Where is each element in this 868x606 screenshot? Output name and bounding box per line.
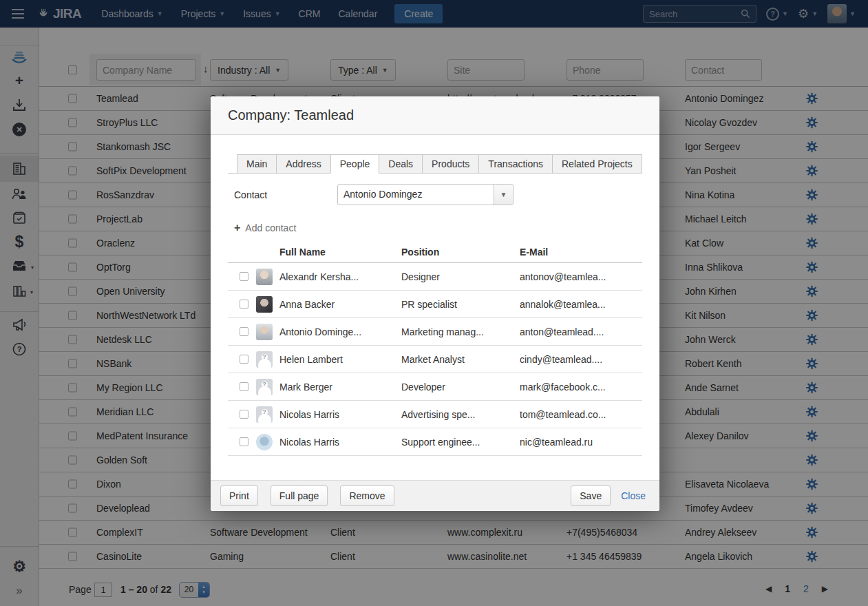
person-name[interactable]: Helen Lambert bbox=[279, 354, 343, 365]
person-avatar bbox=[256, 269, 273, 285]
person-name[interactable]: Alexandr Kersha... bbox=[279, 271, 359, 282]
person-email: antonov@teamlea... bbox=[520, 271, 606, 282]
person-avatar bbox=[256, 434, 273, 450]
tab-deals[interactable]: Deals bbox=[379, 154, 422, 174]
person-email: annalok@teamlea... bbox=[520, 299, 606, 310]
person-email: nic@teamlead.ru bbox=[520, 437, 593, 448]
person-row: Antonio Dominge... Marketing manag... an… bbox=[228, 318, 642, 346]
contact-label: Contact bbox=[234, 189, 337, 200]
tab-people[interactable]: People bbox=[330, 154, 379, 174]
person-email: tom@teamlead.co... bbox=[520, 409, 606, 420]
person-row: Anna Backer PR specialist annalok@teamle… bbox=[228, 291, 642, 318]
person-avatar bbox=[256, 296, 273, 313]
person-avatar bbox=[256, 351, 273, 368]
save-button[interactable]: Save bbox=[571, 485, 611, 506]
person-email: cindy@teamlead.... bbox=[520, 354, 602, 365]
person-name[interactable]: Antonio Dominge... bbox=[279, 326, 361, 337]
plus-icon: + bbox=[234, 222, 240, 234]
dialog-tabs: MainAddressPeopleDealsProductsTransactio… bbox=[228, 154, 642, 174]
company-dialog: Company: Teamlead MainAddressPeopleDeals… bbox=[211, 96, 659, 511]
column-header-email: E-Mail bbox=[520, 247, 548, 258]
person-position: Developer bbox=[401, 382, 445, 393]
person-position: Support enginee... bbox=[401, 437, 480, 448]
person-avatar bbox=[256, 379, 273, 395]
person-avatar bbox=[256, 406, 273, 423]
person-position: Advertising spe... bbox=[401, 409, 475, 420]
person-position: PR specialist bbox=[401, 299, 457, 310]
column-header-full-name: Full Name bbox=[279, 247, 326, 258]
person-row: Nicolas Harris Advertising spe... tom@te… bbox=[228, 401, 642, 428]
people-rows: Alexandr Kersha... Designer antonov@team… bbox=[228, 263, 642, 456]
tab-transactions[interactable]: Transactions bbox=[478, 154, 552, 174]
person-row: Helen Lambert Market Analyst cindy@teaml… bbox=[228, 346, 642, 373]
chevron-down-icon[interactable]: ▼ bbox=[494, 185, 513, 205]
person-position: Designer bbox=[401, 271, 440, 282]
contact-select[interactable]: Antonio Domingez ▼ bbox=[337, 184, 514, 205]
dialog-footer: Print Full page Remove Save Close bbox=[211, 480, 659, 511]
person-position: Marketing manag... bbox=[401, 326, 484, 337]
person-checkbox[interactable] bbox=[240, 355, 248, 364]
person-avatar bbox=[256, 324, 273, 340]
full-page-button[interactable]: Full page bbox=[271, 485, 328, 506]
people-table: Full Name Position E-Mail Alexandr Kersh… bbox=[228, 241, 642, 456]
person-name[interactable]: Anna Backer bbox=[279, 299, 335, 310]
person-name[interactable]: Mark Berger bbox=[279, 382, 332, 393]
remove-button[interactable]: Remove bbox=[340, 485, 394, 506]
person-row: Alexandr Kersha... Designer antonov@team… bbox=[228, 263, 642, 291]
tab-products[interactable]: Products bbox=[422, 154, 478, 174]
print-button[interactable]: Print bbox=[220, 485, 258, 506]
tab-main[interactable]: Main bbox=[237, 154, 276, 174]
person-checkbox[interactable] bbox=[240, 272, 248, 281]
person-checkbox[interactable] bbox=[240, 410, 248, 419]
column-header-position: Position bbox=[401, 247, 439, 258]
contact-field-row: Contact Antonio Domingez ▼ bbox=[228, 184, 642, 205]
person-checkbox[interactable] bbox=[240, 382, 248, 391]
person-row: Mark Berger Developer mark@facebook.c... bbox=[228, 373, 642, 401]
contact-select-value: Antonio Domingez bbox=[338, 185, 494, 205]
person-checkbox[interactable] bbox=[240, 327, 248, 336]
person-name[interactable]: Nicolas Harris bbox=[279, 437, 339, 448]
close-link[interactable]: Close bbox=[621, 490, 646, 501]
dialog-header: Company: Teamlead bbox=[211, 96, 659, 135]
person-checkbox[interactable] bbox=[240, 437, 248, 446]
person-email: mark@facebook.c... bbox=[520, 382, 606, 393]
dialog-title: Company: Teamlead bbox=[228, 107, 354, 123]
people-table-header: Full Name Position E-Mail bbox=[228, 241, 642, 263]
tab-related-projects[interactable]: Related Projects bbox=[552, 154, 642, 174]
add-contact-link[interactable]: + Add contact bbox=[234, 222, 310, 234]
person-row: Nicolas Harris Support enginee... nic@te… bbox=[228, 428, 642, 456]
person-position: Market Analyst bbox=[401, 354, 465, 365]
dialog-body: MainAddressPeopleDealsProductsTransactio… bbox=[211, 135, 659, 456]
person-checkbox[interactable] bbox=[240, 300, 248, 309]
tab-address[interactable]: Address bbox=[276, 154, 330, 174]
person-name[interactable]: Nicolas Harris bbox=[279, 409, 339, 420]
person-email: anton@teamlead.... bbox=[520, 326, 604, 337]
